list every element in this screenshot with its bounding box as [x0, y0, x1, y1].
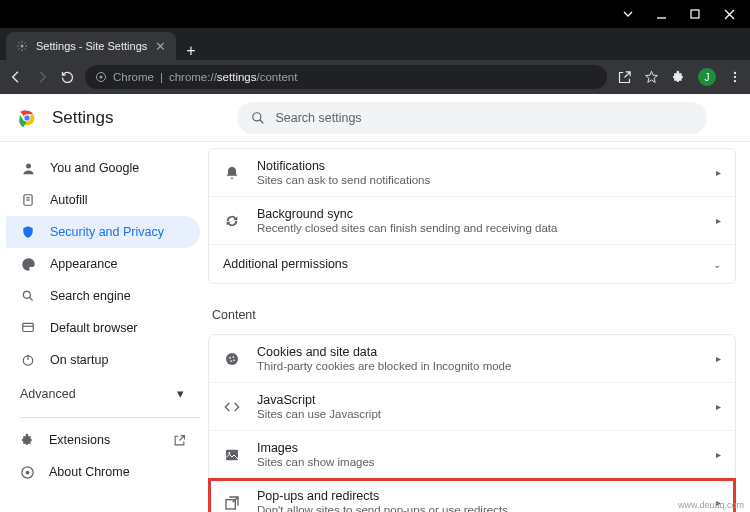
svg-rect-19: [23, 323, 34, 331]
power-icon: [20, 353, 36, 367]
code-icon: [223, 399, 241, 415]
svg-point-24: [26, 470, 30, 474]
forward-button: [34, 69, 50, 85]
svg-rect-30: [226, 449, 238, 460]
cookie-icon: [223, 351, 241, 367]
chevron-right-icon: ▸: [716, 215, 721, 226]
search-placeholder: Search settings: [275, 111, 361, 125]
sidebar-advanced[interactable]: Advanced▾: [6, 376, 200, 411]
sidebar-item-extensions[interactable]: Extensions: [6, 424, 200, 456]
window-maximize-icon[interactable]: [690, 9, 708, 19]
page-title: Settings: [52, 108, 113, 128]
sidebar-item-autofill[interactable]: Autofill: [6, 184, 200, 216]
svg-point-7: [734, 80, 736, 82]
svg-point-13: [26, 163, 31, 168]
svg-point-27: [232, 356, 234, 358]
chevron-down-icon: ▾: [177, 386, 184, 401]
svg-point-26: [229, 356, 231, 358]
svg-line-18: [30, 298, 33, 301]
chevron-right-icon: ▸: [716, 401, 721, 412]
svg-point-4: [100, 76, 103, 79]
sidebar-divider: [20, 417, 200, 418]
sidebar-item-you-and-google[interactable]: You and Google: [6, 152, 200, 184]
svg-point-5: [734, 72, 736, 74]
svg-point-29: [233, 359, 235, 361]
settings-search[interactable]: Search settings: [237, 102, 707, 134]
address-bar[interactable]: Chrome | chrome://settings/content: [85, 65, 607, 89]
row-background-sync[interactable]: Background syncRecently closed sites can…: [209, 197, 735, 245]
settings-sidebar: You and Google Autofill Security and Pri…: [0, 142, 200, 512]
image-icon: [223, 447, 241, 463]
window-close-icon[interactable]: [724, 9, 742, 20]
profile-avatar[interactable]: J: [698, 68, 716, 86]
chevron-right-icon: ▸: [716, 449, 721, 460]
row-javascript[interactable]: JavaScriptSites can use Javascript ▸: [209, 383, 735, 431]
popup-icon: [223, 495, 241, 511]
content-card: Cookies and site dataThird-party cookies…: [208, 334, 736, 512]
person-icon: [20, 161, 36, 176]
chrome-logo-icon: [16, 107, 38, 129]
share-icon[interactable]: [617, 70, 632, 85]
row-additional-permissions[interactable]: Additional permissions ⌄: [209, 245, 735, 283]
extensions-toolbar-icon[interactable]: [671, 70, 686, 85]
row-popups-redirects[interactable]: Pop-ups and redirectsDon't allow sites t…: [209, 479, 735, 512]
bookmark-icon[interactable]: [644, 70, 659, 85]
sidebar-item-about[interactable]: About Chrome: [6, 456, 200, 488]
sidebar-item-on-startup[interactable]: On startup: [6, 344, 200, 376]
sidebar-item-security[interactable]: Security and Privacy: [6, 216, 200, 248]
tab-title: Settings - Site Settings: [36, 40, 147, 52]
autofill-icon: [20, 193, 36, 207]
browser-icon: [20, 321, 36, 335]
permissions-card: NotificationsSites can ask to send notif…: [208, 148, 736, 284]
sidebar-item-default-browser[interactable]: Default browser: [6, 312, 200, 344]
open-external-icon: [173, 434, 186, 447]
back-button[interactable]: [8, 69, 24, 85]
shield-icon: [20, 225, 36, 239]
svg-point-17: [23, 291, 30, 298]
browser-tab[interactable]: Settings - Site Settings ✕: [6, 32, 176, 60]
extensions-icon: [20, 433, 35, 448]
chrome-icon: [20, 465, 35, 480]
bell-icon: [223, 165, 241, 181]
window-minimize-icon[interactable]: [656, 9, 674, 20]
window-titlebar: [0, 0, 750, 28]
sidebar-item-search-engine[interactable]: Search engine: [6, 280, 200, 312]
settings-main: NotificationsSites can ask to send notif…: [200, 142, 750, 512]
svg-rect-1: [691, 10, 699, 18]
svg-point-2: [21, 45, 24, 48]
tab-close-icon[interactable]: ✕: [155, 39, 166, 54]
palette-icon: [20, 257, 36, 272]
chevron-right-icon: ▸: [716, 167, 721, 178]
omnibox-scheme: Chrome: [113, 71, 154, 83]
svg-point-6: [734, 76, 736, 78]
svg-point-28: [230, 360, 232, 362]
window-chevron-icon: [622, 8, 640, 20]
svg-point-25: [226, 353, 238, 365]
menu-icon[interactable]: [728, 70, 742, 84]
svg-point-31: [228, 452, 230, 454]
search-icon: [20, 289, 36, 303]
chevron-down-icon: ⌄: [713, 259, 721, 270]
row-images[interactable]: ImagesSites can show images ▸: [209, 431, 735, 479]
svg-line-12: [260, 119, 264, 123]
watermark: www.deuaq.com: [678, 500, 744, 510]
row-cookies[interactable]: Cookies and site dataThird-party cookies…: [209, 335, 735, 383]
settings-favicon-icon: [16, 40, 28, 52]
chevron-right-icon: ▸: [716, 353, 721, 364]
tab-strip: Settings - Site Settings ✕ +: [0, 28, 750, 60]
browser-toolbar: Chrome | chrome://settings/content J: [0, 60, 750, 94]
chrome-scheme-icon: [95, 71, 107, 83]
new-tab-button[interactable]: +: [176, 42, 205, 60]
svg-point-11: [253, 112, 261, 120]
content-section-header: Content: [208, 294, 736, 328]
reload-button[interactable]: [60, 70, 75, 85]
settings-header: Settings Search settings: [0, 94, 750, 142]
sidebar-item-appearance[interactable]: Appearance: [6, 248, 200, 280]
row-notifications[interactable]: NotificationsSites can ask to send notif…: [209, 149, 735, 197]
sync-icon: [223, 213, 241, 229]
search-icon: [251, 111, 265, 125]
